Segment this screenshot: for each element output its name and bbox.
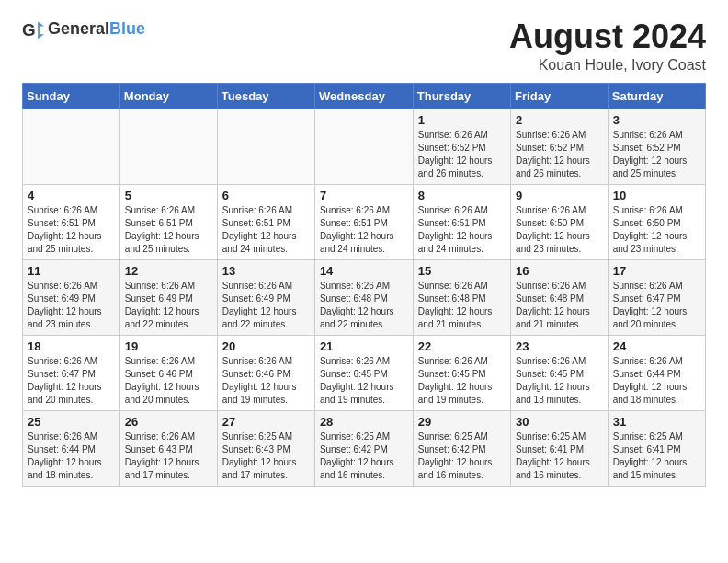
day-info: Sunrise: 6:25 AM Sunset: 6:43 PM Dayligh… <box>222 431 310 482</box>
calendar-day-cell: 24Sunrise: 6:26 AM Sunset: 6:44 PM Dayli… <box>608 335 705 410</box>
location-subtitle: Kouan Houle, Ivory Coast <box>509 57 706 74</box>
calendar-day-cell: 12Sunrise: 6:26 AM Sunset: 6:49 PM Dayli… <box>119 259 217 335</box>
month-year-title: August 2024 <box>509 18 706 55</box>
day-info: Sunrise: 6:26 AM Sunset: 6:45 PM Dayligh… <box>418 355 506 407</box>
day-of-week-header: Tuesday <box>217 83 314 109</box>
calendar-day-cell <box>23 109 120 184</box>
day-number: 2 <box>516 113 603 127</box>
calendar-day-cell: 30Sunrise: 6:25 AM Sunset: 6:41 PM Dayli… <box>511 410 609 486</box>
day-number: 12 <box>125 264 212 278</box>
day-number: 19 <box>125 339 212 353</box>
calendar-day-cell <box>217 109 314 184</box>
day-info: Sunrise: 6:26 AM Sunset: 6:50 PM Dayligh… <box>613 204 700 256</box>
calendar-day-cell: 31Sunrise: 6:25 AM Sunset: 6:41 PM Dayli… <box>608 410 705 486</box>
day-info: Sunrise: 6:26 AM Sunset: 6:51 PM Dayligh… <box>320 204 408 256</box>
day-info: Sunrise: 6:26 AM Sunset: 6:51 PM Dayligh… <box>28 204 115 256</box>
svg-text:G: G <box>22 20 36 40</box>
calendar-day-cell: 17Sunrise: 6:26 AM Sunset: 6:47 PM Dayli… <box>608 259 705 335</box>
calendar-day-cell <box>119 109 217 184</box>
day-of-week-header: Thursday <box>413 83 510 109</box>
day-of-week-header: Friday <box>511 83 609 109</box>
calendar-day-cell: 16Sunrise: 6:26 AM Sunset: 6:48 PM Dayli… <box>511 259 609 335</box>
calendar-week-row: 1Sunrise: 6:26 AM Sunset: 6:52 PM Daylig… <box>23 109 706 184</box>
day-number: 1 <box>418 113 506 127</box>
calendar-day-cell: 21Sunrise: 6:26 AM Sunset: 6:45 PM Dayli… <box>314 335 413 410</box>
day-info: Sunrise: 6:26 AM Sunset: 6:49 PM Dayligh… <box>222 280 310 331</box>
day-info: Sunrise: 6:26 AM Sunset: 6:44 PM Dayligh… <box>28 431 115 482</box>
day-info: Sunrise: 6:26 AM Sunset: 6:51 PM Dayligh… <box>125 204 212 256</box>
day-info: Sunrise: 6:26 AM Sunset: 6:45 PM Dayligh… <box>320 355 408 407</box>
day-number: 31 <box>613 415 700 429</box>
day-number: 17 <box>613 264 700 278</box>
day-info: Sunrise: 6:26 AM Sunset: 6:48 PM Dayligh… <box>418 280 506 331</box>
day-info: Sunrise: 6:26 AM Sunset: 6:49 PM Dayligh… <box>125 280 212 331</box>
calendar-day-cell: 1Sunrise: 6:26 AM Sunset: 6:52 PM Daylig… <box>413 109 510 184</box>
calendar-week-row: 25Sunrise: 6:26 AM Sunset: 6:44 PM Dayli… <box>23 410 706 486</box>
day-number: 6 <box>222 189 310 202</box>
day-number: 23 <box>516 339 603 353</box>
day-number: 13 <box>222 264 310 278</box>
day-number: 29 <box>418 415 506 429</box>
calendar-day-cell: 27Sunrise: 6:25 AM Sunset: 6:43 PM Dayli… <box>217 410 314 486</box>
day-number: 18 <box>28 339 115 353</box>
day-number: 20 <box>222 339 310 353</box>
day-info: Sunrise: 6:26 AM Sunset: 6:48 PM Dayligh… <box>516 280 603 331</box>
day-info: Sunrise: 6:26 AM Sunset: 6:47 PM Dayligh… <box>28 355 115 407</box>
day-info: Sunrise: 6:26 AM Sunset: 6:52 PM Dayligh… <box>516 129 603 180</box>
day-number: 4 <box>28 189 115 202</box>
calendar-week-row: 11Sunrise: 6:26 AM Sunset: 6:49 PM Dayli… <box>23 259 706 335</box>
day-info: Sunrise: 6:26 AM Sunset: 6:46 PM Dayligh… <box>222 355 310 407</box>
svg-marker-1 <box>38 21 44 39</box>
day-number: 30 <box>516 415 603 429</box>
title-area: August 2024 Kouan Houle, Ivory Coast <box>509 18 706 74</box>
page-header: G GeneralBlue August 2024 Kouan Houle, I… <box>22 18 706 74</box>
day-info: Sunrise: 6:26 AM Sunset: 6:48 PM Dayligh… <box>320 280 408 331</box>
day-of-week-header: Wednesday <box>314 83 413 109</box>
day-number: 11 <box>28 264 115 278</box>
day-info: Sunrise: 6:26 AM Sunset: 6:49 PM Dayligh… <box>28 280 115 331</box>
calendar-day-cell: 28Sunrise: 6:25 AM Sunset: 6:42 PM Dayli… <box>314 410 413 486</box>
day-number: 26 <box>125 415 212 429</box>
day-of-week-header: Sunday <box>23 83 120 109</box>
day-info: Sunrise: 6:26 AM Sunset: 6:47 PM Dayligh… <box>613 280 700 331</box>
calendar-day-cell: 18Sunrise: 6:26 AM Sunset: 6:47 PM Dayli… <box>23 335 120 410</box>
day-info: Sunrise: 6:26 AM Sunset: 6:51 PM Dayligh… <box>222 204 310 256</box>
calendar-week-row: 18Sunrise: 6:26 AM Sunset: 6:47 PM Dayli… <box>23 335 706 410</box>
day-number: 3 <box>613 113 700 127</box>
calendar-day-cell: 19Sunrise: 6:26 AM Sunset: 6:46 PM Dayli… <box>119 335 217 410</box>
calendar-day-cell: 23Sunrise: 6:26 AM Sunset: 6:45 PM Dayli… <box>511 335 609 410</box>
day-info: Sunrise: 6:25 AM Sunset: 6:42 PM Dayligh… <box>320 431 408 482</box>
calendar-day-cell: 9Sunrise: 6:26 AM Sunset: 6:50 PM Daylig… <box>511 184 609 259</box>
day-info: Sunrise: 6:25 AM Sunset: 6:41 PM Dayligh… <box>613 431 700 482</box>
calendar-day-cell: 5Sunrise: 6:26 AM Sunset: 6:51 PM Daylig… <box>119 184 217 259</box>
day-number: 21 <box>320 339 408 353</box>
day-number: 27 <box>222 415 310 429</box>
day-info: Sunrise: 6:26 AM Sunset: 6:52 PM Dayligh… <box>418 129 506 180</box>
calendar-day-cell: 6Sunrise: 6:26 AM Sunset: 6:51 PM Daylig… <box>217 184 314 259</box>
day-number: 24 <box>613 339 700 353</box>
day-of-week-header: Monday <box>119 83 217 109</box>
calendar-day-cell: 29Sunrise: 6:25 AM Sunset: 6:42 PM Dayli… <box>413 410 510 486</box>
logo: G GeneralBlue <box>22 18 145 40</box>
calendar-day-cell: 22Sunrise: 6:26 AM Sunset: 6:45 PM Dayli… <box>413 335 510 410</box>
day-info: Sunrise: 6:25 AM Sunset: 6:42 PM Dayligh… <box>418 431 506 482</box>
day-info: Sunrise: 6:26 AM Sunset: 6:44 PM Dayligh… <box>613 355 700 407</box>
day-number: 22 <box>418 339 506 353</box>
calendar-week-row: 4Sunrise: 6:26 AM Sunset: 6:51 PM Daylig… <box>23 184 706 259</box>
day-info: Sunrise: 6:26 AM Sunset: 6:46 PM Dayligh… <box>125 355 212 407</box>
day-info: Sunrise: 6:26 AM Sunset: 6:43 PM Dayligh… <box>125 431 212 482</box>
calendar-day-cell: 4Sunrise: 6:26 AM Sunset: 6:51 PM Daylig… <box>23 184 120 259</box>
day-info: Sunrise: 6:26 AM Sunset: 6:52 PM Dayligh… <box>613 129 700 180</box>
calendar-day-cell: 20Sunrise: 6:26 AM Sunset: 6:46 PM Dayli… <box>217 335 314 410</box>
logo-general-text: GeneralBlue <box>48 20 145 39</box>
day-number: 14 <box>320 264 408 278</box>
day-number: 8 <box>418 189 506 202</box>
calendar-day-cell: 14Sunrise: 6:26 AM Sunset: 6:48 PM Dayli… <box>314 259 413 335</box>
day-number: 7 <box>320 189 408 202</box>
calendar-day-cell: 11Sunrise: 6:26 AM Sunset: 6:49 PM Dayli… <box>23 259 120 335</box>
day-info: Sunrise: 6:25 AM Sunset: 6:41 PM Dayligh… <box>516 431 603 482</box>
calendar-table: SundayMondayTuesdayWednesdayThursdayFrid… <box>22 83 706 487</box>
day-info: Sunrise: 6:26 AM Sunset: 6:51 PM Dayligh… <box>418 204 506 256</box>
calendar-day-cell: 10Sunrise: 6:26 AM Sunset: 6:50 PM Dayli… <box>608 184 705 259</box>
day-number: 9 <box>516 189 603 202</box>
